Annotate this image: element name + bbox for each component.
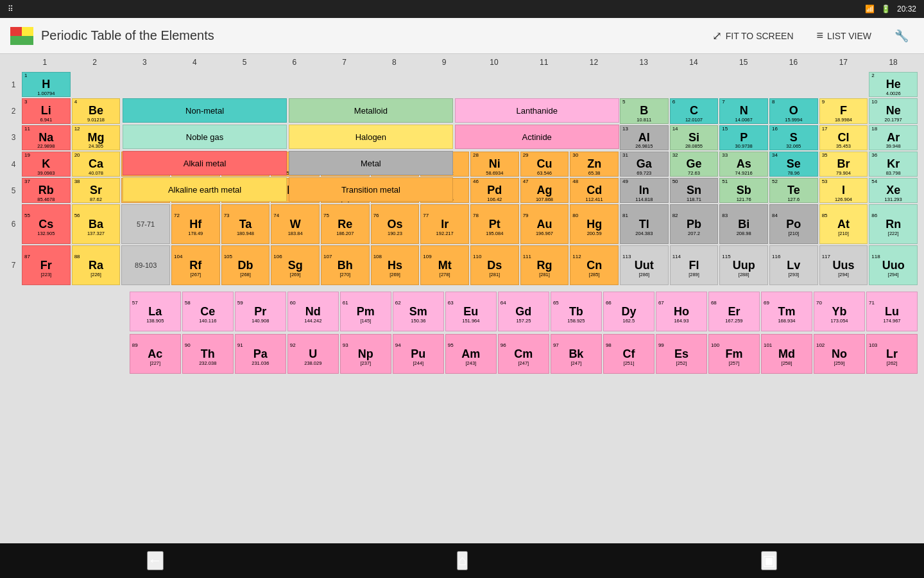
element-Tb[interactable]: 65Tb158.925 xyxy=(551,292,602,331)
element-Gd[interactable]: 64Gd157.25 xyxy=(498,292,549,331)
element-Ar[interactable]: 18 Ar 39.948 xyxy=(869,125,918,150)
element-P[interactable]: 15 P 30.9738 xyxy=(719,125,768,150)
element-Bi[interactable]: 83 Bi 208.98 xyxy=(719,204,768,244)
element-Cm[interactable]: 96Cm[247] xyxy=(498,334,549,374)
element-Ba[interactable]: 56 Ba 137.327 xyxy=(72,204,121,244)
element-O[interactable]: 8 O 15.9994 xyxy=(769,98,818,123)
element-Mg[interactable]: 12 Mg 24.305 xyxy=(72,125,121,150)
element-Na[interactable]: 11 Na 22.9898 xyxy=(22,125,71,150)
element-Ra[interactable]: 88 Ra [226] xyxy=(72,245,121,285)
element-Rb[interactable]: 37 Rb 85.4678 xyxy=(22,178,71,203)
element-Se[interactable]: 34 Se 78.96 xyxy=(769,152,818,177)
element-Rg[interactable]: 111 Rg [281] xyxy=(520,245,569,285)
element-Si[interactable]: 14 Si 28.0855 xyxy=(670,125,719,150)
element-Sr[interactable]: 38 Sr 87.62 xyxy=(72,178,121,203)
element-K[interactable]: 19 K 39.0983 xyxy=(22,152,71,177)
element-Al[interactable]: 13 Al 26.9815 xyxy=(620,125,669,150)
scroll-area[interactable]: 1 2 3 4 5 6 7 8 9 10 11 12 13 14 15 16 1… xyxy=(0,54,924,543)
element-Np[interactable]: 93Np[237] xyxy=(340,334,391,374)
element-Kr[interactable]: 36 Kr 83.798 xyxy=(869,152,918,177)
element-Hs[interactable]: 108 Hs [269] xyxy=(371,245,420,285)
element-N[interactable]: 7 N 14.0067 xyxy=(719,98,768,123)
element-Uut[interactable]: 113 Uut [286] xyxy=(620,245,669,285)
element-Eu[interactable]: 63Eu151.964 xyxy=(445,292,497,331)
element-Tl[interactable]: 81 Tl 204.383 xyxy=(620,204,669,244)
element-S[interactable]: 16 S 32.065 xyxy=(769,125,818,150)
element-H[interactable]: 1 H 1.00794 xyxy=(22,72,71,97)
element-Lv[interactable]: 116 Lv [293] xyxy=(769,245,818,285)
element-Pm[interactable]: 61Pm[145] xyxy=(340,292,391,331)
element-Hg[interactable]: 80 Hg 200.59 xyxy=(570,204,619,244)
element-At[interactable]: 85 At [210] xyxy=(819,204,868,244)
element-Rn[interactable]: 86 Rn [222] xyxy=(869,204,918,244)
element-Cf[interactable]: 98Cf[251] xyxy=(603,334,654,374)
element-Pr[interactable]: 59Pr140.908 xyxy=(235,292,286,331)
element-Pa[interactable]: 91Pa231.036 xyxy=(235,334,286,374)
element-Am[interactable]: 95Am[243] xyxy=(445,334,497,374)
element-Sm[interactable]: 62Sm150.36 xyxy=(393,292,444,331)
element-Er[interactable]: 68Er167.259 xyxy=(708,292,760,331)
element-Nd[interactable]: 60Nd144.242 xyxy=(287,292,339,331)
element-Bh[interactable]: 107 Bh [270] xyxy=(321,245,370,285)
element-Ca[interactable]: 20 Ca 40.078 xyxy=(72,152,121,177)
element-Be[interactable]: 4 Be 9.01218 xyxy=(72,98,121,123)
recent-apps-button[interactable]: ▣ xyxy=(761,551,777,570)
element-Bk[interactable]: 97Bk[247] xyxy=(551,334,602,374)
element-Ne[interactable]: 10 Ne 20.1797 xyxy=(869,98,918,123)
settings-button[interactable]: 🔧 xyxy=(889,26,914,46)
element-Li[interactable]: 3 Li 6.941 xyxy=(22,98,71,123)
element-Uuo[interactable]: 118 Uuo [294] xyxy=(869,245,918,285)
back-button[interactable]: ← xyxy=(147,551,164,570)
element-Fr[interactable]: 87 Fr [223] xyxy=(22,245,71,285)
element-Ho[interactable]: 67Ho164.93 xyxy=(656,292,707,331)
element-In[interactable]: 49 In 114.818 xyxy=(620,178,669,203)
element-Po[interactable]: 84 Po [210] xyxy=(769,204,818,244)
element-Pb[interactable]: 82 Pb 207.2 xyxy=(670,204,719,244)
element-Pt[interactable]: 78 Pt 195.084 xyxy=(470,204,519,244)
element-Sb[interactable]: 51 Sb 121.76 xyxy=(719,178,768,203)
element-Br[interactable]: 35 Br 79.904 xyxy=(819,152,868,177)
element-Ga[interactable]: 31 Ga 69.723 xyxy=(620,152,669,177)
element-Fm[interactable]: 100Fm[257] xyxy=(708,334,760,374)
element-Ce[interactable]: 58Ce140.116 xyxy=(182,292,234,331)
element-As[interactable]: 33 As 74.9216 xyxy=(719,152,768,177)
element-Pu[interactable]: 94Pu[244] xyxy=(393,334,444,374)
element-Ir[interactable]: 77 Ir 192.217 xyxy=(420,204,469,244)
element-Ge[interactable]: 32 Ge 72.63 xyxy=(670,152,719,177)
element-Os[interactable]: 76 Os 190.23 xyxy=(371,204,420,244)
element-F[interactable]: 9 F 18.9984 xyxy=(819,98,868,123)
element-Tm[interactable]: 69Tm168.934 xyxy=(761,292,812,331)
element-Dy[interactable]: 66Dy162.5 xyxy=(603,292,654,331)
element-Sg[interactable]: 106 Sg [269] xyxy=(271,245,320,285)
element-Db[interactable]: 105 Db [268] xyxy=(221,245,270,285)
list-view-button[interactable]: ≡ LIST VIEW xyxy=(812,26,877,45)
element-B[interactable]: 5 B 10.811 xyxy=(620,98,669,123)
element-Md[interactable]: 101Md[258] xyxy=(761,334,812,374)
home-button[interactable]: ⌂ xyxy=(457,551,468,570)
element-I[interactable]: 53 I 126.904 xyxy=(819,178,868,203)
element-Ta[interactable]: 73 Ta 180.948 xyxy=(221,204,270,244)
element-C[interactable]: 6 C 12.0107 xyxy=(670,98,719,123)
element-Re[interactable]: 75 Re 186.207 xyxy=(321,204,370,244)
element-Rf[interactable]: 104 Rf [267] xyxy=(171,245,220,285)
element-Uus[interactable]: 117 Uus [294] xyxy=(819,245,868,285)
element-Te[interactable]: 52 Te 127.6 xyxy=(769,178,818,203)
element-Cn[interactable]: 112 Cn [285] xyxy=(570,245,619,285)
fit-to-screen-button[interactable]: ⤢ FIT TO SCREEN xyxy=(707,26,799,46)
element-La[interactable]: 57La138.905 xyxy=(130,292,181,331)
element-Yb[interactable]: 70Yb173.054 xyxy=(814,292,865,331)
element-U[interactable]: 92U238.029 xyxy=(287,334,339,374)
element-W[interactable]: 74 W 183.84 xyxy=(271,204,320,244)
element-Lu[interactable]: 71Lu174.967 xyxy=(866,292,918,331)
element-Au[interactable]: 79 Au 196.967 xyxy=(520,204,569,244)
element-He[interactable]: 2 He 4.0026 xyxy=(869,72,918,97)
element-Sn[interactable]: 50 Sn 118.71 xyxy=(670,178,719,203)
element-Lr[interactable]: 103Lr[262] xyxy=(866,334,918,374)
element-Xe[interactable]: 54 Xe 131.293 xyxy=(869,178,918,203)
element-Fl[interactable]: 114 Fl [289] xyxy=(670,245,719,285)
element-Ds[interactable]: 110 Ds [281] xyxy=(470,245,519,285)
element-Mt[interactable]: 109 Mt [278] xyxy=(420,245,469,285)
element-Ac[interactable]: 89Ac[227] xyxy=(130,334,181,374)
element-Cs[interactable]: 55 Cs 132.905 xyxy=(22,204,71,244)
element-No[interactable]: 102No[259] xyxy=(814,334,865,374)
